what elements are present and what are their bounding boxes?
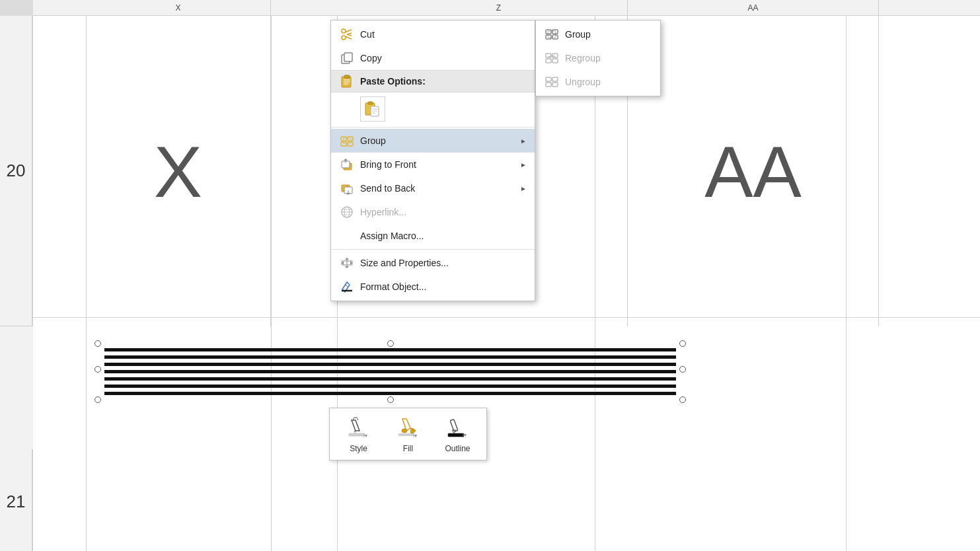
svg-rect-52	[552, 54, 558, 57]
svg-rect-67	[398, 433, 414, 436]
submenu-group-icon	[544, 26, 560, 42]
menu-size-properties[interactable]: Size and Properties...	[331, 251, 535, 275]
group-label: Group	[360, 135, 520, 146]
size-properties-label: Size and Properties...	[360, 258, 527, 268]
mini-toolbar: Style Fill	[329, 408, 487, 460]
obj-line-6	[104, 385, 676, 388]
handle-mr[interactable]	[679, 366, 686, 373]
fill-label: Fill	[403, 444, 413, 453]
obj-line-1	[104, 348, 676, 351]
handle-tl[interactable]	[94, 340, 101, 347]
selected-object[interactable]	[98, 344, 683, 400]
svg-marker-28	[344, 159, 348, 161]
submenu-group[interactable]: Group	[536, 22, 660, 46]
assign-macro-label: Assign Macro...	[360, 231, 527, 241]
handle-tr[interactable]	[679, 340, 686, 347]
submenu-regroup-label: Regroup	[565, 53, 601, 63]
col-aa-header: AA	[628, 0, 879, 16]
svg-rect-22	[341, 142, 346, 146]
menu-bring-to-front[interactable]: Bring to Front ►	[331, 153, 535, 176]
outline-label: Outline	[445, 444, 470, 453]
svg-rect-62	[349, 433, 365, 436]
svg-rect-46	[546, 30, 551, 34]
svg-rect-54	[552, 59, 558, 63]
obj-line-4	[104, 370, 676, 373]
svg-rect-10	[344, 75, 350, 78]
svg-marker-63	[354, 431, 356, 433]
menu-send-to-back[interactable]: Send to Back ►	[331, 176, 535, 200]
separator-2	[331, 249, 535, 250]
fill-button[interactable]: Fill	[390, 415, 426, 453]
paste-options-header: Paste Options:	[331, 70, 535, 92]
svg-rect-72	[448, 433, 464, 437]
scissors-icon	[339, 26, 355, 42]
svg-rect-20	[341, 137, 346, 141]
handle-tm[interactable]	[387, 340, 394, 347]
handle-br[interactable]	[679, 396, 686, 403]
paste-header-icon	[339, 73, 355, 89]
svg-rect-58	[546, 83, 551, 87]
style-button[interactable]: Style	[340, 415, 377, 453]
menu-cut[interactable]: Cut	[331, 22, 535, 46]
obj-line-7	[104, 392, 676, 395]
copy-icon	[339, 50, 355, 66]
svg-rect-8	[344, 53, 352, 61]
svg-rect-51	[546, 54, 551, 57]
col-z-header: Z	[370, 0, 628, 16]
group-submenu-arrow: ►	[520, 137, 527, 145]
submenu-ungroup[interactable]: Ungroup	[536, 70, 660, 94]
paste-icons-area	[331, 92, 535, 126]
obj-line-2	[104, 355, 676, 359]
svg-rect-49	[552, 35, 558, 39]
submenu-regroup[interactable]: Regroup	[536, 46, 660, 70]
outline-button[interactable]: Outline	[439, 415, 476, 453]
copy-label: Copy	[360, 53, 527, 63]
hyperlink-label: Hyperlink...	[360, 207, 527, 217]
col-aa-letter: AA	[628, 16, 879, 326]
col-x-header: X	[86, 0, 271, 16]
grid-vline	[271, 16, 272, 551]
handle-ml[interactable]	[94, 366, 101, 373]
menu-copy[interactable]: Copy	[331, 46, 535, 70]
svg-marker-68	[414, 435, 417, 437]
menu-hyperlink[interactable]: Hyperlink...	[331, 200, 535, 224]
row-20-header: 20	[0, 16, 33, 326]
svg-rect-48	[546, 35, 551, 39]
svg-rect-47	[552, 30, 558, 34]
format-object-label: Format Object...	[360, 281, 527, 292]
object-lines-container	[104, 347, 676, 396]
paste-options-label: Paste Options:	[360, 76, 426, 87]
bring-front-icon	[339, 157, 355, 172]
svg-marker-64	[365, 435, 367, 437]
svg-line-6	[347, 34, 352, 36]
obj-line-5	[104, 377, 676, 381]
menu-assign-macro[interactable]: Assign Macro...	[331, 224, 535, 248]
handle-bm[interactable]	[387, 396, 394, 403]
menu-group[interactable]: Group ►	[331, 129, 535, 153]
send-back-icon	[339, 180, 355, 196]
globe-icon	[339, 204, 355, 220]
send-back-submenu-arrow: ►	[520, 185, 527, 192]
svg-rect-15	[368, 102, 373, 104]
svg-marker-42	[345, 258, 349, 260]
style-label: Style	[350, 444, 367, 453]
svg-point-66	[402, 429, 407, 433]
svg-rect-21	[348, 137, 353, 141]
svg-rect-50	[548, 31, 556, 38]
svg-rect-57	[552, 77, 558, 81]
svg-rect-53	[546, 59, 551, 63]
bring-to-front-label: Bring to Front	[360, 159, 520, 170]
svg-rect-59	[552, 83, 558, 87]
handle-bl[interactable]	[94, 396, 101, 403]
group-icon	[339, 133, 355, 149]
format-object-icon	[339, 279, 355, 295]
paste-keep-formatting-btn[interactable]	[360, 96, 385, 122]
cut-label: Cut	[360, 29, 527, 40]
svg-marker-43	[345, 266, 349, 268]
bring-front-submenu-arrow: ►	[520, 161, 527, 168]
outline-icon	[445, 415, 471, 441]
svg-rect-23	[348, 142, 353, 146]
menu-format-object[interactable]: Format Object...	[331, 275, 535, 299]
macro-icon	[339, 228, 355, 244]
submenu-regroup-icon	[544, 50, 560, 66]
